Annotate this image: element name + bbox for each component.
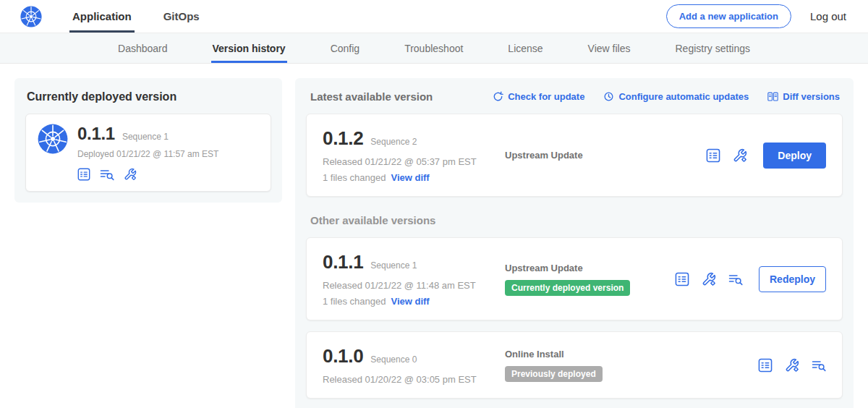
preflight-checks-icon[interactable] [758,358,773,373]
files-changed-label: 1 files changed [323,172,386,183]
deploy-logs-icon[interactable] [728,272,743,286]
version-source-label: Upstream Update [505,150,699,161]
version-card-source: Upstream Update [505,150,706,161]
deployed-icon-row [77,168,218,181]
subnav-item-view-files[interactable]: View files [587,33,632,63]
diff-versions-label: Diff versions [783,91,840,102]
deploy-logs-icon[interactable] [812,358,826,373]
config-icon[interactable] [785,358,799,373]
sequence-label: Sequence 2 [370,137,417,147]
check-for-update-link[interactable]: Check for update [493,91,584,102]
diff-icon [767,91,778,102]
deploy-button[interactable]: Deploy [763,143,826,169]
view-diff-link[interactable]: View diff [391,296,429,307]
subnav-item-dashboard[interactable]: Dashboard [116,33,169,63]
version-source-label: Upstream Update [505,263,668,273]
files-changed-label: 1 files changed [323,296,386,307]
top-bar: Application GitOps Add a new application… [0,0,868,33]
app-subnav: Dashboard Version history Config Trouble… [0,33,868,64]
main-content: Currently deployed version 0.1.1 Sequenc… [0,64,868,408]
version-card-0-1-1: 0.1.1 Sequence 1 Released 01/21/22 @ 11:… [306,237,843,320]
logout-button[interactable]: Log out [810,10,846,22]
check-for-update-label: Check for update [508,91,584,102]
clock-icon [603,91,614,102]
configure-automatic-updates-link[interactable]: Configure automatic updates [603,91,749,102]
subnav-item-license[interactable]: License [506,33,544,63]
available-versions-panel: Latest available version Check for updat… [295,78,854,408]
files-changed-row: 1 files changed View diff [323,172,505,183]
latest-available-title: Latest available version [310,90,433,103]
redeploy-button[interactable]: Redeploy [759,266,826,292]
deployed-sequence-label: Sequence 1 [122,132,169,142]
previously-deployed-badge: Previously deployed [505,366,603,382]
released-timestamp: Released 01/21/22 @ 05:37 pm EST [323,156,505,167]
kubernetes-logo [20,6,42,27]
version-card-actions: Redeploy [675,266,826,292]
version-card-source: Upstream Update Currently deployed versi… [505,263,675,296]
config-icon[interactable] [124,168,137,181]
tab-gitops[interactable]: GitOps [161,0,203,33]
subnav-item-version-history[interactable]: Version history [211,33,287,63]
sequence-label: Sequence 1 [370,260,417,271]
subnav-item-registry-settings[interactable]: Registry settings [674,33,752,63]
version-card-source: Online Install Previously deployed [505,349,758,382]
released-timestamp: Released 01/20/22 @ 03:05 pm EST [323,374,505,385]
config-icon[interactable] [702,272,716,286]
subnav-item-troubleshoot[interactable]: Troubleshoot [403,33,464,63]
version-card-0-1-2: 0.1.2 Sequence 2 Released 01/21/22 @ 05:… [306,114,843,197]
configure-automatic-updates-label: Configure automatic updates [618,91,749,102]
released-timestamp: Released 01/21/22 @ 11:48 am EST [323,280,505,291]
version-number: 0.1.1 [323,251,363,273]
version-number: 0.1.2 [323,127,363,150]
currently-deployed-panel: Currently deployed version 0.1.1 Sequenc… [14,78,282,203]
deployed-version-number: 0.1.1 [77,124,115,144]
files-changed-row: 1 files changed View diff [323,296,505,307]
available-panel-header: Latest available version Check for updat… [306,89,843,103]
view-diff-link[interactable]: View diff [391,172,429,183]
preflight-checks-icon[interactable] [675,272,689,286]
deployed-timestamp: Deployed 01/21/22 @ 11:57 am EST [77,149,218,159]
version-card-actions [758,358,826,373]
deployed-panel-title: Currently deployed version [27,90,270,103]
sequence-label: Sequence 0 [370,354,417,365]
refresh-icon [493,91,503,102]
deployed-version-card: 0.1.1 Sequence 1 Deployed 01/21/22 @ 11:… [25,114,271,192]
version-card-0-1-0: 0.1.0 Sequence 0 Released 01/20/22 @ 03:… [306,331,843,399]
tab-application[interactable]: Application [69,0,135,33]
preflight-checks-icon[interactable] [706,148,720,163]
version-card-info: 0.1.0 Sequence 0 Released 01/20/22 @ 03:… [323,345,505,385]
diff-versions-link[interactable]: Diff versions [767,91,840,102]
preflight-checks-icon[interactable] [77,168,90,181]
version-number: 0.1.0 [323,345,363,367]
subnav-item-config[interactable]: Config [329,33,361,63]
deploy-logs-icon[interactable] [100,168,114,181]
kubernetes-logo [38,124,68,154]
top-tabs: Application GitOps [69,0,229,33]
config-icon[interactable] [733,148,747,163]
version-source-label: Online Install [505,349,751,360]
deployed-version-info: 0.1.1 Sequence 1 Deployed 01/21/22 @ 11:… [77,124,218,181]
version-card-info: 0.1.1 Sequence 1 Released 01/21/22 @ 11:… [323,251,505,307]
currently-deployed-badge: Currently deployed version [505,280,630,296]
version-card-info: 0.1.2 Sequence 2 Released 01/21/22 @ 05:… [323,127,505,183]
available-panel-actions: Check for update Configure automatic upd… [493,91,840,102]
version-card-actions: Deploy [706,143,826,169]
add-application-button[interactable]: Add a new application [666,4,791,28]
other-versions-title: Other available versions [310,214,838,226]
